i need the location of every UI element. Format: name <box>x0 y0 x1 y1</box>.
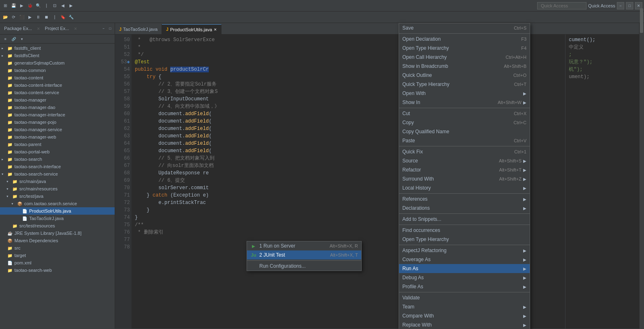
toolbar-icon-debug[interactable]: 🐞 <box>26 2 34 9</box>
tree-item-target[interactable]: 📁 target <box>0 252 115 259</box>
menu-item-profile-as[interactable]: Profile As ▶ <box>399 282 530 291</box>
menu-item-open-type-hierarchy[interactable]: Open Type Hierarchy F4 <box>399 44 530 53</box>
tree-item-product-solr[interactable]: 📄 ProductSolrUtils.java <box>0 207 115 215</box>
tree-item-common[interactable]: 📁 taotao-common <box>0 67 115 74</box>
tree-item-parent[interactable]: 📁 taotao-parent <box>0 141 115 148</box>
menu-item-debug-as[interactable]: Debug As ▶ <box>399 273 530 282</box>
tab-taotaosolrj[interactable]: J TaoTaoSolrJ.java <box>115 24 162 34</box>
toolbar-icon-nav[interactable]: ◀ <box>59 2 67 9</box>
toolbar-icon-perspective[interactable]: ⊡ <box>51 2 58 9</box>
menu-item-open-declaration[interactable]: Open Declaration F3 <box>399 35 530 44</box>
menu-item-validate[interactable]: Validate <box>399 293 530 302</box>
tree-item-manager-web[interactable]: 📁 taotao-manager-web <box>0 133 115 141</box>
tree-item-manager[interactable]: 📁 taotao-manager <box>0 96 115 104</box>
toolbar2-icon5[interactable]: ⏸ <box>35 14 42 21</box>
tree-item-pom[interactable]: 📄 pom.xml <box>0 259 115 266</box>
tree-item-package[interactable]: ▾📦 com.taotao.search.service <box>0 200 115 207</box>
tree-item-portal-web[interactable]: 📁 taotao-portal-web <box>0 148 115 155</box>
tree-item-search-service[interactable]: ▾📁 taotao-search-service <box>0 170 115 178</box>
menu-item-quick-type-hierarchy[interactable]: Quick Type Hierarchy Ctrl+T <box>399 80 530 89</box>
toolbar-icon-save[interactable]: 💾 <box>10 2 17 9</box>
tree-item-content[interactable]: 📁 taotao-content <box>0 74 115 81</box>
tree-item-generator[interactable]: 📁 generatorSqlmapCustom <box>0 59 115 67</box>
menu-item-coverage[interactable]: Coverage As ▶ <box>399 255 530 264</box>
menu-item-add-snippets[interactable]: Add to Snippets... <box>399 215 530 224</box>
toolbar2-icon6[interactable]: ⏹ <box>43 14 50 21</box>
menu-item-find-occurrences[interactable]: Find occurrences <box>399 226 530 235</box>
menu-item-source[interactable]: Source Alt+Shift+S ▶ <box>399 156 530 165</box>
minimize-button[interactable]: − <box>617 2 624 9</box>
menu-open-with-label: Open With <box>402 90 522 96</box>
menu-item-local-history[interactable]: Local History ▶ <box>399 183 530 192</box>
right-scrollbar-thumb[interactable] <box>640 8 643 33</box>
tree-item-taotao-solrj[interactable]: 📄 TaoTaoSolrJ.java <box>0 215 115 222</box>
sidebar-tab-package[interactable]: Package Ex... <box>2 25 35 32</box>
menu-item-team[interactable]: Team ▶ <box>399 302 530 311</box>
toolbar2-icon2[interactable]: ⟳ <box>10 14 17 21</box>
tree-item-search-web[interactable]: 📁 taotao-search-web <box>0 266 115 274</box>
menu-item-cut[interactable]: Cut Ctrl+X <box>399 109 530 118</box>
menu-item-quick-outline[interactable]: Quick Outline Ctrl+O <box>399 71 530 80</box>
toolbar-icon-nav2[interactable]: ▶ <box>67 2 75 9</box>
sidebar-minimize-icon[interactable]: − <box>101 26 106 32</box>
sidebar-filter-icon[interactable]: ▾ <box>18 35 25 43</box>
sidebar-link-icon[interactable]: 🔗 <box>10 35 17 43</box>
tree-item-search-interface[interactable]: 📁 taotao-search-interface <box>0 163 115 170</box>
maximize-button[interactable]: □ <box>626 2 633 9</box>
tree-item-test-java[interactable]: ▾📁 src/test/java <box>0 192 115 200</box>
submenu-junit-test[interactable]: Ju 2 JUnit Test Alt+Shift+X, T <box>247 250 361 259</box>
tree-item-manager-dao[interactable]: 📁 taotao-manager-dao <box>0 104 115 111</box>
menu-item-refactor[interactable]: Refactor Alt+Shift+T ▶ <box>399 165 530 174</box>
submenu-run-on-server[interactable]: ▶ 1 Run on Server Alt+Shift+X, R <box>247 241 361 250</box>
menu-item-paste[interactable]: Paste Ctrl+V <box>399 136 530 145</box>
tree-item-content-service[interactable]: 📁 taotao-content-service <box>0 89 115 96</box>
tree-item-main-java[interactable]: ▾📁 src/main/java <box>0 178 115 185</box>
menu-item-copy-qualified[interactable]: Copy Qualified Name <box>399 127 530 136</box>
menu-item-quick-fix[interactable]: Quick Fix Ctrl+1 <box>399 147 530 156</box>
menu-item-show-in[interactable]: Show In Alt+Shift+W ▶ <box>399 98 530 107</box>
toolbar2-icon3[interactable]: ⬛ <box>18 14 25 21</box>
menu-item-replace-with[interactable]: Replace With ▶ <box>399 320 530 329</box>
tree-item-manager-pojo[interactable]: 📁 taotao-manager-pojo <box>0 118 115 126</box>
tree-item-manager-interface[interactable]: 📁 taotao-manager-interface <box>0 111 115 118</box>
menu-item-run-as[interactable]: Run As ▶ <box>399 264 530 273</box>
toolbar-icon-run[interactable]: ▶ <box>18 2 25 9</box>
quick-access-input[interactable] <box>537 2 586 9</box>
sidebar-collapse-icon[interactable]: ≡ <box>2 35 9 43</box>
tree-item-src[interactable]: 📁 src <box>0 244 115 252</box>
menu-item-aspectj[interactable]: AspectJ Refactoring ▶ <box>399 246 530 255</box>
tree-item-fastdfsclient[interactable]: ▸📁 fastdfsClient <box>0 52 115 59</box>
submenu-run-configurations[interactable]: Run Configurations... <box>247 262 361 271</box>
tree-item-content-interface[interactable]: 📁 taotao-content-interface <box>0 81 115 89</box>
menu-item-surround[interactable]: Surround With Alt+Shift+Z ▶ <box>399 174 530 183</box>
menu-sep-7 <box>399 245 530 245</box>
menu-item-references[interactable]: References ▶ <box>399 195 530 204</box>
tab-close-icon[interactable]: ✕ <box>214 28 217 32</box>
menu-item-open-with[interactable]: Open With ▶ <box>399 89 530 98</box>
menu-quick-type-hierarchy-label: Quick Type Hierarchy <box>402 81 514 87</box>
tree-item-test-resources[interactable]: 📁 src/test/resources <box>0 222 115 229</box>
tree-item-manager-service[interactable]: 📁 taotao-manager-service <box>0 126 115 133</box>
tree-item-search[interactable]: ▸📁 taotao-search <box>0 155 115 163</box>
tree-item-maven[interactable]: 📦 Maven Dependencies <box>0 237 115 244</box>
toolbar2-icon7[interactable]: 🔖 <box>59 14 67 21</box>
sidebar-maximize-icon[interactable]: □ <box>107 26 113 32</box>
toolbar-icon-search[interactable]: 🔍 <box>35 2 42 9</box>
tab-productsolrutils[interactable]: J ProductSolrUtils.java ✕ <box>162 24 222 34</box>
menu-replace-with-label: Replace With <box>402 322 522 328</box>
menu-item-save[interactable]: Save Ctrl+S <box>399 23 530 32</box>
tree-item-main-resources[interactable]: ▾📁 src/main/resources <box>0 185 115 192</box>
menu-item-open-type-hierarchy2[interactable]: Open Type Hierarchy <box>399 235 530 244</box>
menu-item-declarations[interactable]: Declarations ▶ <box>399 204 530 213</box>
menu-item-compare-with[interactable]: Compare With ▶ <box>399 311 530 320</box>
toolbar-icon-new[interactable]: ⊞ <box>2 2 9 9</box>
tree-item-jre[interactable]: ☕ JRE System Library [JavaSE-1.8] <box>0 229 115 237</box>
menu-item-copy[interactable]: Copy Ctrl+C <box>399 118 530 127</box>
sidebar-tab-project[interactable]: Project Ex... <box>42 25 72 32</box>
toolbar2-icon1[interactable]: 📂 <box>2 14 9 21</box>
menu-item-show-breadcrumb[interactable]: Show in Breadcrumb Alt+Shift+B <box>399 62 530 71</box>
menu-item-open-call-hierarchy[interactable]: Open Call Hierarchy Ctrl+Alt+H <box>399 53 530 62</box>
toolbar2-icon4[interactable]: ▶ <box>26 14 34 21</box>
toolbar2-icon8[interactable]: 🔧 <box>67 14 75 21</box>
tree-item-fastdfs-client[interactable]: ▸📁 fastdfs_client <box>0 44 115 52</box>
